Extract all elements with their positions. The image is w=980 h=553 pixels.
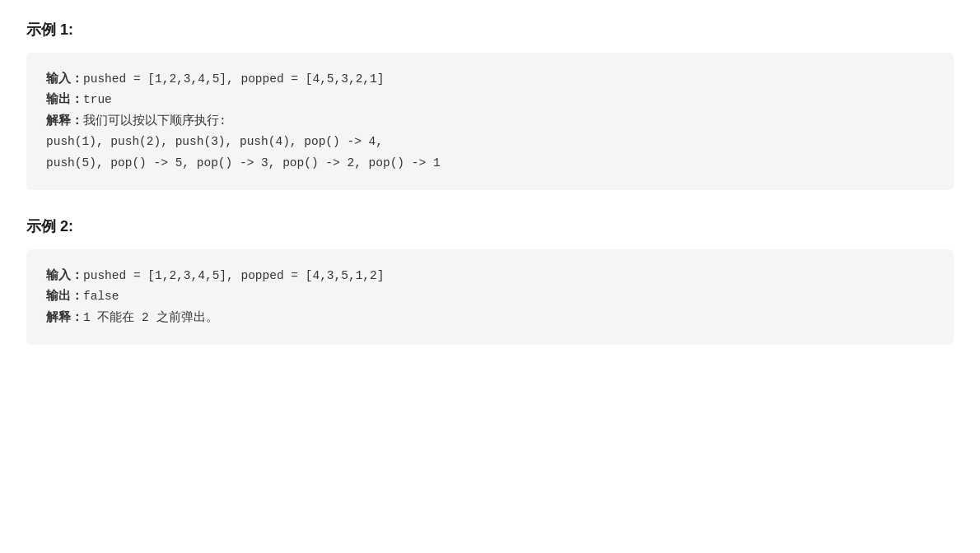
example2-input-line: 输入：pushed = [1,2,3,4,5], popped = [4,3,5… [46,266,934,286]
example1-ops-line2: push(5), pop() -> 5, pop() -> 3, pop() -… [46,153,934,174]
example1-explain-label: 解释： [46,114,83,128]
example2-block: 输入：pushed = [1,2,3,4,5], popped = [4,3,5… [26,249,954,345]
example2-output-label: 输出： [46,290,83,303]
example1-input-line: 输入：pushed = [1,2,3,4,5], popped = [4,5,3… [46,69,934,90]
example1-title: 示例 1: [26,20,954,40]
example1-output-line: 输出：true [46,90,934,110]
example2-output-line: 输出：false [46,286,934,307]
example2-explain-line: 解释：1 不能在 2 之前弹出。 [46,308,934,328]
example2-explain-text: 1 不能在 2 之前弹出。 [83,311,218,324]
example2-output-value: false [83,290,119,303]
example1-explain-line: 解释：我们可以按以下顺序执行: [46,111,934,132]
example2-input-value: pushed = [1,2,3,4,5], popped = [4,3,5,1,… [83,269,384,282]
example1-input-value: pushed = [1,2,3,4,5], popped = [4,5,3,2,… [83,72,384,86]
example1-block: 输入：pushed = [1,2,3,4,5], popped = [4,5,3… [26,53,954,190]
example1-section: 示例 1: 输入：pushed = [1,2,3,4,5], popped = … [26,20,954,190]
example1-output-label: 输出： [46,93,83,106]
example2-title: 示例 2: [26,216,954,236]
example2-input-label: 输入： [46,269,83,282]
example1-ops-line1: push(1), push(2), push(3), push(4), pop(… [46,132,934,152]
example1-output-value: true [83,93,112,106]
example1-input-label: 输入： [46,72,83,86]
example2-explain-label: 解释： [46,311,83,324]
example1-explain-text: 我们可以按以下顺序执行: [83,114,226,128]
example2-section: 示例 2: 输入：pushed = [1,2,3,4,5], popped = … [26,216,954,345]
